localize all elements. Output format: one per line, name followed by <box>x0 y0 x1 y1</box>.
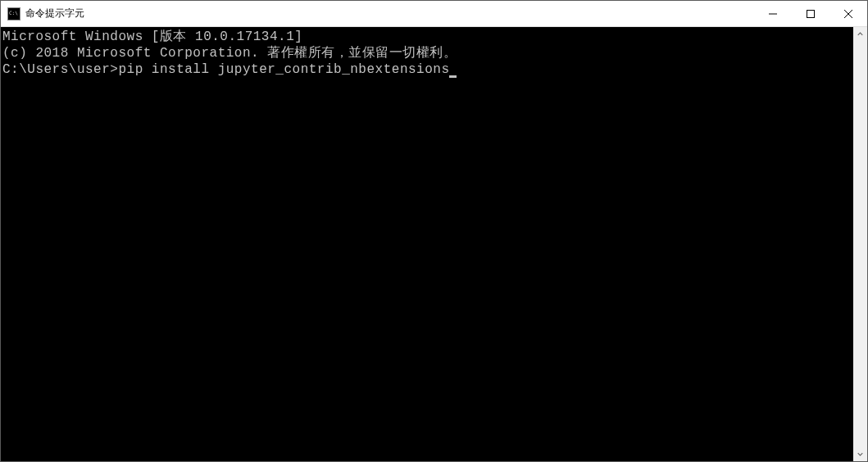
minimize-icon <box>769 10 777 18</box>
close-button[interactable] <box>829 1 867 26</box>
cursor <box>449 75 457 78</box>
svg-rect-1 <box>807 10 815 17</box>
terminal-output[interactable]: Microsoft Windows [版本 10.0.17134.1](c) 2… <box>1 27 853 461</box>
command-prompt-window: 命令提示字元 Microsoft Windows [版本 10.0.17134.… <box>0 0 868 462</box>
close-icon <box>844 10 852 18</box>
command-text: pip install jupyter_contrib_nbextensions <box>118 62 449 77</box>
maximize-button[interactable] <box>792 1 829 26</box>
scroll-down-button[interactable] <box>853 447 867 461</box>
minimize-button[interactable] <box>754 1 792 26</box>
maximize-icon <box>807 10 815 18</box>
chevron-up-icon <box>857 31 863 37</box>
scroll-up-button[interactable] <box>853 27 867 41</box>
terminal-line: (c) 2018 Microsoft Corporation. 著作權所有，並保… <box>2 45 853 61</box>
chevron-down-icon <box>857 451 863 457</box>
terminal-line: Microsoft Windows [版本 10.0.17134.1] <box>2 29 853 45</box>
content-area: Microsoft Windows [版本 10.0.17134.1](c) 2… <box>1 27 867 461</box>
vertical-scrollbar[interactable] <box>853 27 867 461</box>
prompt-text: C:\Users\user> <box>2 62 118 77</box>
app-icon <box>7 7 20 20</box>
scroll-track[interactable] <box>853 41 867 447</box>
terminal-prompt-line: C:\Users\user>pip install jupyter_contri… <box>2 61 853 78</box>
scroll-thumb[interactable] <box>853 41 867 447</box>
window-title: 命令提示字元 <box>25 7 754 20</box>
titlebar[interactable]: 命令提示字元 <box>1 1 867 27</box>
window-controls <box>754 1 867 26</box>
